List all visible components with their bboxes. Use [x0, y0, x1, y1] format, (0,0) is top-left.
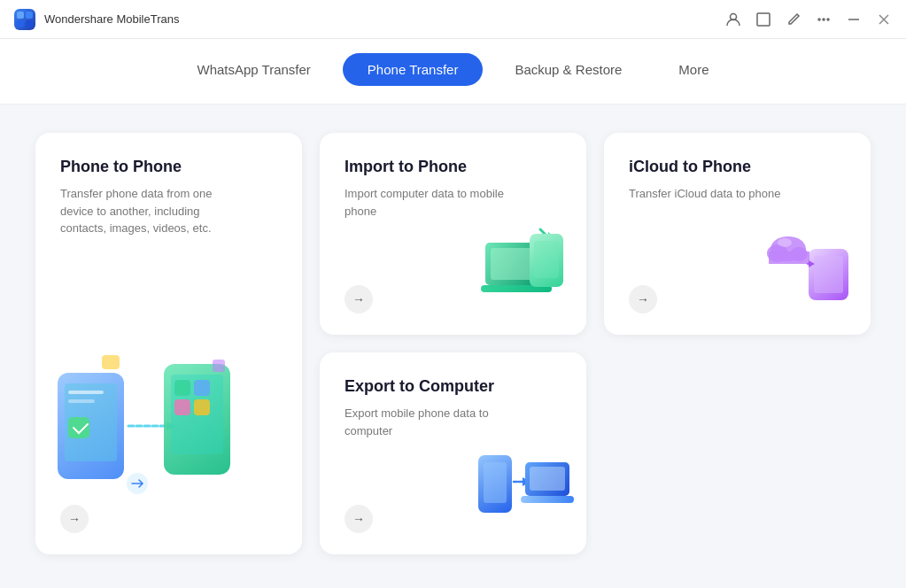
svg-rect-2 — [17, 20, 24, 27]
tab-phone[interactable]: Phone Transfer — [343, 53, 484, 86]
card-icloud-arrow[interactable]: → — [629, 285, 657, 313]
edit-icon[interactable] — [786, 12, 801, 27]
close-icon[interactable] — [876, 12, 892, 27]
tab-whatsapp[interactable]: WhatsApp Transfer — [172, 53, 335, 86]
card-icloud-title: iCloud to Phone — [629, 158, 846, 176]
card-icloud-to-phone[interactable]: iCloud to Phone Transfer iCloud data to … — [604, 133, 871, 335]
card-phone-to-phone-arrow[interactable]: → — [60, 505, 89, 533]
svg-point-6 — [818, 19, 820, 20]
svg-rect-3 — [26, 20, 33, 27]
tab-more[interactable]: More — [654, 53, 733, 86]
svg-rect-14 — [68, 391, 104, 394]
svg-point-7 — [823, 19, 825, 20]
card-phone-to-phone-desc: Transfer phone data from one device to a… — [60, 185, 237, 237]
svg-rect-34 — [814, 256, 843, 293]
svg-rect-32 — [534, 241, 559, 278]
svg-rect-42 — [484, 462, 507, 503]
svg-rect-46 — [521, 496, 574, 503]
titlebar-controls — [725, 12, 892, 27]
svg-rect-22 — [174, 399, 190, 415]
svg-rect-1 — [26, 12, 33, 19]
svg-rect-38 — [769, 251, 809, 264]
svg-rect-16 — [68, 417, 89, 438]
svg-rect-0 — [17, 12, 24, 19]
icloud-illustration — [760, 218, 862, 310]
menu-icon[interactable] — [816, 12, 832, 27]
export-illustration — [474, 437, 576, 530]
phone-to-phone-illustration — [49, 346, 244, 506]
app-icon — [14, 9, 35, 30]
titlebar: Wondershare MobileTrans — [0, 0, 906, 39]
svg-rect-24 — [102, 355, 120, 369]
minimize-icon[interactable] — [846, 12, 862, 27]
svg-rect-20 — [174, 380, 190, 396]
main-content: Phone to Phone Transfer phone data from … — [0, 104, 906, 583]
card-phone-to-phone[interactable]: Phone to Phone Transfer phone data from … — [35, 133, 302, 554]
nav-bar: WhatsApp Transfer Phone Transfer Backup … — [0, 39, 906, 104]
card-icloud-desc: Transfer iCloud data to phone — [629, 185, 806, 203]
titlebar-left: Wondershare MobileTrans — [14, 9, 179, 30]
card-export-desc: Export mobile phone data to computer — [345, 405, 522, 439]
import-illustration — [476, 216, 574, 308]
card-phone-to-phone-title: Phone to Phone — [60, 158, 277, 176]
square-icon[interactable] — [755, 12, 771, 27]
svg-rect-21 — [194, 380, 210, 396]
app-title: Wondershare MobileTrans — [44, 12, 179, 26]
card-export-title: Export to Computer — [345, 377, 561, 396]
card-import-arrow[interactable]: → — [345, 285, 373, 313]
svg-rect-25 — [213, 360, 225, 372]
svg-point-8 — [827, 19, 829, 20]
card-import-to-phone[interactable]: Import to Phone Import computer data to … — [320, 133, 586, 335]
svg-rect-15 — [68, 399, 95, 403]
card-export-arrow[interactable]: → — [345, 505, 373, 533]
person-icon[interactable] — [725, 12, 741, 27]
svg-rect-45 — [530, 467, 565, 491]
card-export-to-computer[interactable]: Export to Computer Export mobile phone d… — [320, 352, 586, 554]
card-import-desc: Import computer data to mobile phone — [345, 185, 522, 220]
tab-backup[interactable]: Backup & Restore — [490, 53, 647, 86]
svg-rect-5 — [757, 13, 770, 26]
svg-rect-23 — [194, 399, 210, 415]
svg-point-39 — [778, 238, 792, 247]
card-import-title: Import to Phone — [345, 158, 561, 176]
